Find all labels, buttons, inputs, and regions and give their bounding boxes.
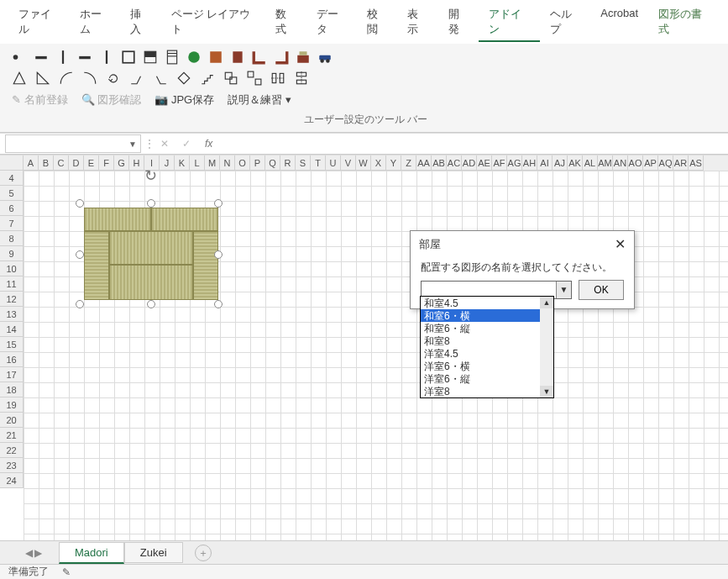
column-header[interactable]: L [190, 155, 205, 171]
dropdown-option[interactable]: 洋室6・横 [421, 360, 553, 372]
column-header[interactable]: AC [447, 155, 462, 171]
close-icon[interactable]: ✕ [615, 236, 626, 252]
tool-icon-3[interactable] [55, 50, 71, 65]
column-header[interactable]: C [54, 155, 69, 171]
column-header[interactable]: AH [522, 155, 537, 171]
column-header[interactable]: AL [583, 155, 598, 171]
tool2-move1[interactable] [129, 71, 144, 86]
menu-pagelayout[interactable]: ページ レイアウト [161, 3, 266, 42]
tool2-arc[interactable] [59, 71, 74, 86]
resize-handle[interactable] [147, 300, 155, 308]
tab-nav[interactable]: ◀▶ [25, 547, 42, 559]
combobox-dropdown-icon[interactable]: ▼ [556, 282, 571, 298]
row-header[interactable]: 12 [0, 292, 24, 307]
column-header[interactable]: G [114, 155, 129, 171]
row-header[interactable]: 18 [0, 382, 24, 397]
row-header[interactable]: 19 [0, 397, 24, 413]
rotate-handle-icon[interactable]: ↻ [144, 166, 157, 185]
dropdown-scrollbar[interactable]: ▲ ▼ [540, 297, 553, 397]
tool-icon-5[interactable] [99, 50, 114, 65]
btn-explain-practice[interactable]: 説明＆練習 ▾ [228, 92, 291, 108]
row-header[interactable]: 20 [0, 413, 24, 428]
column-header[interactable]: A [24, 155, 39, 171]
tool2-align2[interactable] [294, 71, 309, 86]
tool2-move2[interactable] [153, 71, 168, 86]
row-headers[interactable]: 456789101112131415161718192021222324 [0, 171, 24, 488]
column-header[interactable]: H [129, 155, 144, 171]
resize-handle[interactable] [147, 199, 155, 208]
menu-insert[interactable]: 挿入 [120, 3, 160, 42]
column-header[interactable]: K [175, 155, 190, 171]
column-header[interactable]: AR [673, 155, 689, 171]
tool2-triangle2[interactable] [35, 71, 50, 86]
column-header[interactable]: V [341, 155, 356, 171]
tool-icon-6[interactable] [121, 50, 136, 65]
tool-icon-12[interactable] [252, 50, 267, 65]
sheet-tab-zukei[interactable]: Zukei [124, 542, 183, 563]
tool-icon-9[interactable] [186, 50, 202, 65]
menu-help[interactable]: ヘルプ [540, 3, 591, 42]
menu-view[interactable]: 表示 [397, 3, 437, 42]
name-box-dropdown-icon[interactable]: ▼ [128, 139, 137, 149]
column-header[interactable]: R [280, 155, 296, 171]
row-header[interactable]: 8 [0, 231, 24, 246]
column-header[interactable]: AQ [658, 155, 673, 171]
scroll-down-icon[interactable]: ▼ [540, 386, 553, 397]
column-header[interactable]: AP [643, 155, 658, 171]
dropdown-option[interactable]: 洋室6・縦 [421, 372, 553, 385]
column-header[interactable]: AN [613, 155, 628, 171]
column-header[interactable]: AA [416, 155, 432, 171]
resize-handle[interactable] [214, 199, 223, 208]
column-header[interactable]: AF [492, 155, 507, 171]
dropdown-option[interactable]: 洋室4.5 [421, 347, 553, 360]
column-header[interactable]: X [371, 155, 386, 171]
row-header[interactable]: 10 [0, 261, 24, 276]
row-header[interactable]: 9 [0, 246, 24, 261]
resize-handle[interactable] [214, 250, 223, 259]
tool-icon-14[interactable] [296, 50, 311, 65]
accessibility-icon[interactable]: ✎ [62, 566, 71, 578]
column-header[interactable]: W [356, 155, 371, 171]
dropdown-option[interactable]: 洋室8 [421, 385, 553, 397]
tool2-align1[interactable] [270, 71, 285, 86]
row-header[interactable]: 15 [0, 337, 24, 352]
tatami-shape[interactable] [84, 208, 218, 300]
row-header[interactable]: 14 [0, 322, 24, 337]
menu-addins[interactable]: アドイン [479, 3, 540, 42]
row-header[interactable]: 16 [0, 352, 24, 367]
column-header[interactable]: AM [598, 155, 613, 171]
column-header[interactable]: AB [432, 155, 447, 171]
resize-handle[interactable] [76, 300, 84, 308]
row-header[interactable]: 17 [0, 367, 24, 382]
tool-icon-1[interactable] [12, 50, 27, 65]
formula-input[interactable] [217, 134, 728, 153]
column-header[interactable]: S [296, 155, 311, 171]
btn-jpg-save[interactable]: 📷 JPG保存 [155, 92, 214, 108]
tool2-fan[interactable] [176, 71, 191, 86]
column-header[interactable]: AI [537, 155, 553, 171]
ok-button[interactable]: OK [579, 280, 624, 300]
row-header[interactable]: 23 [0, 458, 24, 473]
menu-data[interactable]: データ [306, 3, 358, 42]
column-header[interactable]: P [250, 155, 265, 171]
tool-icon-car[interactable] [317, 50, 333, 65]
resize-handle[interactable] [76, 250, 84, 259]
column-header[interactable]: T [311, 155, 326, 171]
column-header[interactable]: AG [507, 155, 522, 171]
menu-formulas[interactable]: 数式 [265, 3, 306, 42]
cancel-formula-icon[interactable]: ✕ [158, 138, 171, 150]
name-box[interactable]: ▼ [5, 134, 141, 153]
column-header[interactable]: N [220, 155, 235, 171]
menu-acrobat[interactable]: Acrobat [590, 3, 648, 42]
tool2-triangle[interactable] [12, 71, 27, 86]
tool-icon-11[interactable] [230, 50, 245, 65]
column-header[interactable]: AK [568, 155, 583, 171]
btn-name-register[interactable]: ✎ 名前登録 [12, 92, 68, 108]
column-header[interactable]: M [205, 155, 220, 171]
column-header[interactable]: B [39, 155, 54, 171]
resize-handle[interactable] [214, 300, 223, 308]
btn-shape-check[interactable]: 🔍 図形確認 [81, 92, 142, 108]
dropdown-option[interactable]: 和室8 [421, 334, 553, 347]
column-header[interactable]: J [160, 155, 175, 171]
tool-icon-2[interactable] [34, 50, 49, 65]
